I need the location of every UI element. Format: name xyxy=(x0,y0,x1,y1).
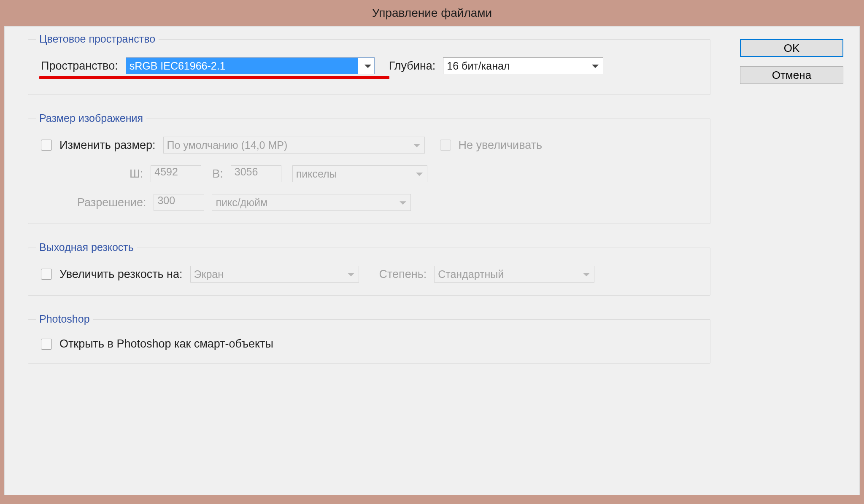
ok-button[interactable]: OK xyxy=(740,39,843,57)
chevron-down-icon xyxy=(413,144,420,147)
group-image-size: Размер изображения Изменить размер: По у… xyxy=(28,119,710,224)
resize-preset-dropdown[interactable]: По умолчанию (14,0 MP) xyxy=(163,137,425,154)
chevron-down-icon xyxy=(348,273,354,276)
dialog-client: Цветовое пространство Пространство: sRGB… xyxy=(4,26,860,495)
sharpen-label: Увеличить резкость на: xyxy=(59,268,183,281)
resolution-label: Разрешение: xyxy=(77,196,146,209)
group-legend: Цветовое пространство xyxy=(36,33,159,45)
group-legend: Photoshop xyxy=(36,313,93,325)
group-legend: Размер изображения xyxy=(36,112,146,124)
chevron-down-icon xyxy=(592,65,599,68)
space-label: Пространство: xyxy=(41,59,118,73)
window-title: Управление файлами xyxy=(372,6,492,19)
width-value: 4592 xyxy=(154,166,178,178)
content-area: Цветовое пространство Пространство: sRGB… xyxy=(5,27,726,495)
resize-checkbox[interactable] xyxy=(41,140,52,151)
width-input: 4592 xyxy=(151,165,201,182)
chevron-down-icon xyxy=(400,201,406,205)
cancel-button[interactable]: Отмена xyxy=(740,66,843,84)
group-legend: Выходная резкость xyxy=(36,241,137,253)
sharpen-checkbox[interactable] xyxy=(41,269,52,280)
amount-label: Степень: xyxy=(379,268,427,281)
resolution-unit-value: пикс/дюйм xyxy=(216,197,267,209)
sharpen-target-value: Экран xyxy=(194,268,224,280)
resize-preset-value: По умолчанию (14,0 MP) xyxy=(167,139,288,151)
resolution-unit-dropdown: пикс/дюйм xyxy=(212,194,411,211)
dialog-buttons: OK Отмена xyxy=(740,39,843,93)
space-dropdown[interactable]: sRGB IEC61966-2.1 xyxy=(126,57,375,74)
space-dropdown-value: sRGB IEC61966-2.1 xyxy=(130,60,226,72)
height-input: 3056 xyxy=(231,165,281,182)
group-photoshop: Photoshop Открыть в Photoshop как смарт-… xyxy=(28,319,710,364)
size-unit-value: пикселы xyxy=(296,168,337,180)
group-color-space: Цветовое пространство Пространство: sRGB… xyxy=(28,39,710,95)
no-enlarge-checkbox xyxy=(440,140,451,151)
resolution-value: 300 xyxy=(157,194,175,206)
resolution-input: 300 xyxy=(154,194,204,211)
sharpen-amount-value: Стандартный xyxy=(438,268,504,280)
group-sharpening: Выходная резкость Увеличить резкость на:… xyxy=(28,248,710,296)
annotation-red-underline xyxy=(39,76,389,79)
chevron-down-icon xyxy=(416,172,423,176)
width-label: Ш: xyxy=(130,167,143,181)
no-enlarge-label: Не увеличивать xyxy=(459,139,543,152)
height-label: В: xyxy=(212,167,223,181)
chevron-down-icon xyxy=(364,65,371,68)
depth-dropdown[interactable]: 16 бит/канал xyxy=(443,57,603,74)
size-unit-dropdown: пикселы xyxy=(292,165,427,182)
titlebar: Управление файлами xyxy=(0,0,864,26)
smart-object-label: Открыть в Photoshop как смарт-объекты xyxy=(59,337,273,350)
height-value: 3056 xyxy=(235,166,258,178)
depth-label: Глубина: xyxy=(389,59,436,73)
smart-object-checkbox[interactable] xyxy=(41,339,52,350)
sharpen-target-dropdown: Экран xyxy=(190,266,359,283)
sharpen-amount-dropdown: Стандартный xyxy=(434,266,594,283)
chevron-down-icon xyxy=(583,273,590,276)
depth-dropdown-value: 16 бит/канал xyxy=(447,60,510,72)
resize-label: Изменить размер: xyxy=(59,139,156,152)
